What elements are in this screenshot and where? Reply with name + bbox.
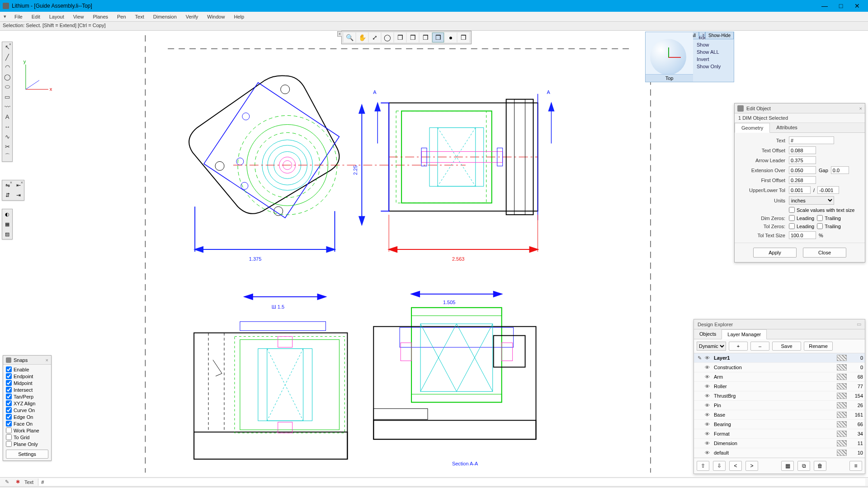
menu-layout[interactable]: Layout xyxy=(45,13,69,20)
shade-sphere-icon[interactable]: ● xyxy=(445,33,457,42)
snap-option[interactable]: Work Plane xyxy=(6,427,48,433)
menu-file[interactable]: File xyxy=(10,13,27,20)
snap-option[interactable]: Enable xyxy=(6,366,48,372)
tab-layer-manager[interactable]: Layer Manager xyxy=(722,329,767,339)
dim-1375[interactable]: 1.375 xyxy=(249,256,261,262)
delete-layer-button[interactable]: – xyxy=(750,342,769,351)
snap-option[interactable]: XYZ Align xyxy=(6,400,48,406)
snap-checkbox[interactable] xyxy=(6,414,12,420)
lower-tol-input[interactable] xyxy=(817,186,839,194)
layer-row[interactable]: 👁 Dimension 11 xyxy=(694,439,865,448)
eye-icon[interactable]: 👁 xyxy=(703,450,711,455)
cmd-icon-2[interactable]: ✱ xyxy=(14,479,22,485)
menu-text[interactable]: Text xyxy=(131,13,149,20)
pencil-icon[interactable]: ✎ xyxy=(696,355,703,361)
layer-swatch[interactable] xyxy=(837,383,847,389)
snap-checkbox[interactable] xyxy=(6,441,12,447)
zoom-icon[interactable]: 🔍 xyxy=(344,33,355,42)
text-tool-icon[interactable]: A xyxy=(2,112,12,122)
menu-edit[interactable]: Edit xyxy=(27,13,45,20)
dim-trailing-checkbox[interactable] xyxy=(817,215,823,221)
snap-option[interactable]: Intersect xyxy=(6,387,48,393)
circle-tool-icon[interactable]: ◯ xyxy=(2,72,12,82)
minimize-button[interactable]: — xyxy=(816,2,833,9)
layer-row[interactable]: 👁 default 10 xyxy=(694,448,865,458)
trim-tool-icon[interactable]: ✂ xyxy=(2,141,12,151)
tol-leading-checkbox[interactable] xyxy=(789,223,795,229)
maximize-button[interactable]: □ xyxy=(833,2,849,9)
snap-checkbox[interactable] xyxy=(6,380,12,386)
menu-help[interactable]: Help xyxy=(229,13,249,20)
layer-swatch[interactable] xyxy=(837,440,847,446)
layer-row[interactable]: ✎ 👁 Layer1 0 xyxy=(694,353,865,363)
menu-planes[interactable]: Planes xyxy=(88,13,113,20)
dim-225[interactable]: 2.25 xyxy=(353,165,358,175)
sphere-icon[interactable]: ◯ xyxy=(382,33,393,42)
close-button[interactable]: ✕ xyxy=(849,2,865,9)
snap-option[interactable]: Endpoint xyxy=(6,373,48,379)
snap-checkbox[interactable] xyxy=(6,434,12,440)
rectangle-tool-icon[interactable]: ▭ xyxy=(2,92,12,102)
dimension-tool-icon[interactable]: ↔ xyxy=(2,122,12,131)
view-label[interactable]: Top xyxy=(646,74,693,82)
close-icon[interactable]: × xyxy=(10,180,12,185)
layer-tool-button[interactable]: ▦ xyxy=(781,461,794,471)
save-button[interactable]: Save xyxy=(772,342,801,351)
apply-button[interactable]: Apply xyxy=(753,248,797,258)
move-right-icon[interactable]: ⇥ xyxy=(13,190,24,200)
command-input[interactable] xyxy=(38,479,865,486)
eye-icon[interactable]: 👁 xyxy=(703,412,711,418)
line-tool-icon[interactable]: ╱ xyxy=(2,52,12,62)
mdi-close-icon[interactable]: ▾ xyxy=(2,14,8,19)
eye-icon[interactable]: 👁 xyxy=(703,374,711,380)
gap-input[interactable] xyxy=(831,166,849,174)
snap-option[interactable]: Edge On xyxy=(6,414,48,420)
layer-swatch[interactable] xyxy=(837,450,847,456)
snap-checkbox[interactable] xyxy=(6,421,12,427)
close-icon[interactable]: × xyxy=(699,32,705,36)
eye-icon[interactable]: 👁 xyxy=(703,355,711,361)
layer-swatch[interactable] xyxy=(837,374,847,380)
layer-row[interactable]: 👁 Construction 0 xyxy=(694,363,865,372)
menu-pen[interactable]: Pen xyxy=(113,13,131,20)
layer-swatch[interactable] xyxy=(837,355,847,361)
tol-trailing-checkbox[interactable] xyxy=(817,223,823,229)
eye-icon[interactable]: 👁 xyxy=(703,441,711,446)
dim-w15[interactable]: Ш 1.5 xyxy=(272,304,284,310)
snap-checkbox[interactable] xyxy=(6,400,12,406)
dim-2563[interactable]: 2.563 xyxy=(452,256,464,262)
layer-swatch[interactable] xyxy=(837,393,847,399)
cube2-icon[interactable]: ❒ xyxy=(407,33,419,42)
close-icon[interactable]: × xyxy=(21,180,23,185)
eye-icon[interactable]: 👁 xyxy=(703,422,711,427)
showhide-show[interactable]: Show xyxy=(694,41,733,48)
cube5-icon[interactable]: ❒ xyxy=(458,33,469,42)
close-button[interactable]: Close xyxy=(803,248,846,258)
shade-icon[interactable]: ◐ xyxy=(2,209,12,219)
layer-tool-button[interactable]: 🗑 xyxy=(814,461,826,471)
snap-option[interactable]: Face On xyxy=(6,421,48,427)
tol-text-size-input[interactable] xyxy=(789,231,816,239)
eye-icon[interactable]: 👁 xyxy=(703,431,711,436)
mode-select[interactable]: Dynamic xyxy=(697,342,726,351)
layer-row[interactable]: 👁 Bearing 66 xyxy=(694,420,865,429)
close-icon[interactable]: × xyxy=(9,42,11,47)
snap-checkbox[interactable] xyxy=(6,407,12,413)
flip-v-icon[interactable]: ⇵ xyxy=(2,190,13,200)
arrow-leader-input[interactable] xyxy=(789,156,816,164)
layer-swatch[interactable] xyxy=(837,421,847,427)
close-icon[interactable]: × xyxy=(337,31,342,37)
add-layer-button[interactable]: + xyxy=(729,342,748,351)
polyline-tool-icon[interactable]: 〰 xyxy=(2,102,12,112)
snap-option[interactable]: Plane Only xyxy=(6,441,48,447)
upper-tol-input[interactable] xyxy=(789,186,811,194)
pan-icon[interactable]: ✋ xyxy=(356,33,368,42)
first-offset-input[interactable] xyxy=(789,176,816,184)
trackball-orb[interactable]: Top xyxy=(646,32,693,82)
wireframe-icon[interactable]: ▦ xyxy=(2,219,12,229)
showhide-invert[interactable]: Invert xyxy=(694,56,733,63)
dim-leading-checkbox[interactable] xyxy=(789,215,795,221)
snap-option[interactable]: Curve On xyxy=(6,407,48,413)
cube-front-icon[interactable]: ❒ xyxy=(432,33,444,42)
snap-checkbox[interactable] xyxy=(6,394,12,399)
